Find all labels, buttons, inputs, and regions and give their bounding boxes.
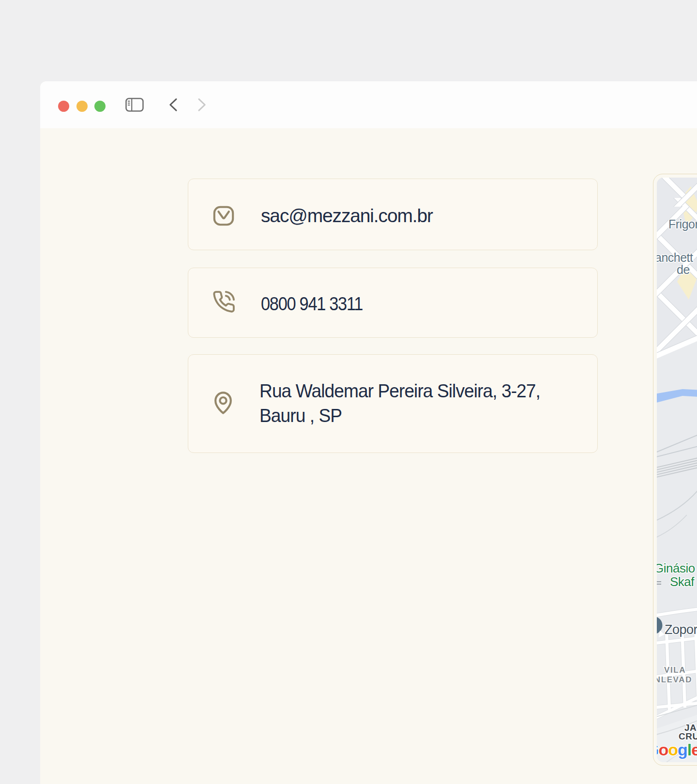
svg-text:Frigor: Frigor — [668, 217, 697, 231]
svg-text:VILA: VILA — [664, 665, 686, 675]
svg-text:de: de — [677, 263, 690, 276]
svg-text:Google: Google — [657, 740, 697, 759]
svg-text:CRU: CRU — [679, 731, 697, 741]
svg-text:Zopor: Zopor — [665, 622, 697, 637]
svg-text:anchett: anchett — [657, 251, 693, 264]
svg-text:ONLEVAD: ONLEVAD — [657, 675, 692, 684]
svg-text:Skaf: Skaf — [670, 574, 695, 589]
svg-text:Ginásio: Ginásio — [657, 561, 695, 575]
